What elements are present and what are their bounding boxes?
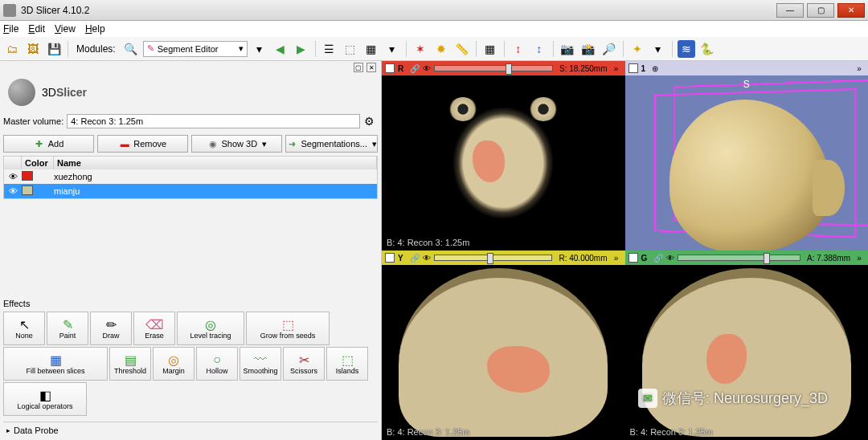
view-menu-icon[interactable]: »: [854, 64, 865, 73]
green-slice-view[interactable]: G 🔗 👁 A: 7.388mm » B: 4: Recon 3: 1.25m: [625, 251, 869, 440]
crosshair-icon[interactable]: ✦: [628, 40, 646, 58]
eye-icon[interactable]: 👁: [666, 254, 674, 263]
python-icon[interactable]: 🐍: [698, 40, 716, 58]
add-button[interactable]: ✚Add: [3, 135, 94, 153]
effect-draw[interactable]: ✏Draw: [90, 312, 132, 345]
color-swatch[interactable]: [22, 171, 33, 181]
menu-help[interactable]: Help: [85, 23, 105, 35]
view-menu-icon[interactable]: »: [854, 254, 865, 263]
master-volume-options-icon[interactable]: ⚙: [360, 112, 378, 130]
coronal-slice-image: [642, 268, 851, 437]
capture-icon[interactable]: 📸: [579, 40, 597, 58]
effect-margin[interactable]: ◎Margin: [153, 347, 194, 381]
link-icon[interactable]: 🔗: [410, 254, 420, 263]
extensions-icon[interactable]: ≋: [678, 40, 695, 58]
panel-undock-icon[interactable]: ▢: [354, 63, 363, 72]
link-icon[interactable]: 🔗: [653, 254, 663, 263]
effect-threshold[interactable]: ▤Threshold: [109, 347, 151, 381]
master-volume-label: Master volume:: [3, 116, 63, 126]
table-row[interactable]: 👁 xuezhong: [4, 169, 377, 184]
data-probe[interactable]: Data Probe: [3, 422, 378, 438]
red-slice-view[interactable]: R 🔗 👁 S: 18.250mm » B: 4: Recon 3: 1.25m: [382, 61, 625, 251]
menu-file[interactable]: File: [3, 23, 18, 35]
eye-icon[interactable]: 👁: [423, 64, 431, 73]
effect-scissors[interactable]: ✂Scissors: [283, 347, 325, 381]
menu-view[interactable]: View: [55, 23, 76, 35]
effect-level-tracing[interactable]: ◎Level tracing: [177, 312, 244, 345]
effect-islands[interactable]: ⬚Islands: [326, 347, 368, 381]
table-row[interactable]: 👁 mianju: [4, 184, 377, 198]
slicer-logo: 3DSlicer: [0, 74, 381, 111]
data-icon[interactable]: 🗂: [3, 40, 21, 58]
slice-slider[interactable]: [434, 255, 553, 261]
segments-table: Color Name 👁 xuezhong 👁 mianju: [3, 156, 378, 199]
visibility-icon[interactable]: 👁: [4, 172, 22, 181]
panel-close-icon[interactable]: ✕: [366, 63, 376, 72]
link-icon[interactable]: 🔗: [410, 64, 420, 73]
crosshair-dropdown-icon[interactable]: ▾: [649, 40, 667, 58]
grid-icon[interactable]: ▦: [481, 40, 499, 58]
pin-icon[interactable]: [628, 253, 638, 263]
layout3-icon[interactable]: ▦: [362, 40, 380, 58]
close-button[interactable]: ✕: [837, 3, 865, 18]
module-selector[interactable]: ✎ Segment Editor ▾: [143, 41, 248, 57]
3d-view[interactable]: 1 ⊕ » S: [625, 61, 869, 251]
effect-smoothing[interactable]: 〰Smoothing: [240, 347, 281, 381]
slice-slider[interactable]: [678, 255, 800, 261]
col-name[interactable]: Name: [54, 157, 377, 169]
search-module-icon[interactable]: 🔍: [122, 40, 140, 58]
pin-icon[interactable]: [385, 253, 395, 263]
view-letter: 1: [641, 64, 646, 73]
slice-slider[interactable]: [434, 65, 553, 71]
effects-label: Effects: [0, 295, 381, 310]
layout-dropdown-icon[interactable]: ▾: [383, 40, 401, 58]
show3d-button[interactable]: ◉Show 3D▾: [191, 135, 282, 153]
effect-none[interactable]: ↖None: [3, 312, 45, 345]
color-swatch[interactable]: [22, 185, 33, 195]
menu-edit[interactable]: Edit: [28, 23, 45, 35]
markup-icon[interactable]: ✸: [432, 40, 450, 58]
screenshot-icon[interactable]: 📷: [559, 40, 576, 58]
segmentations-button[interactable]: ➜Segmentations...▾: [285, 135, 378, 153]
fiducial-icon[interactable]: ✶: [411, 40, 429, 58]
ruler-icon[interactable]: 📏: [453, 40, 471, 58]
arrow-down-icon[interactable]: ↕: [530, 40, 548, 58]
axial-slice-image: [423, 83, 583, 243]
back-icon[interactable]: ◀: [272, 40, 289, 58]
maximize-button[interactable]: ▢: [807, 3, 834, 18]
module-dropdown-icon[interactable]: ▾: [251, 40, 268, 58]
center-icon[interactable]: ⊕: [652, 64, 658, 73]
dcm-icon[interactable]: 🖼: [24, 40, 42, 58]
yellow-view-bar: Y 🔗 👁 R: 40.000mm »: [382, 251, 625, 265]
view-menu-icon[interactable]: »: [611, 64, 622, 73]
slicer-cube-icon: [8, 79, 35, 106]
effect-paint[interactable]: ✎Paint: [47, 312, 88, 345]
yellow-slice-view[interactable]: Y 🔗 👁 R: 40.000mm » B: 4: Recon 3: 1.25m: [382, 251, 625, 440]
corner-annotation: B: 4: Recon 3: 1.25m: [387, 427, 469, 437]
remove-button[interactable]: ▬Remove: [97, 135, 188, 153]
master-volume-selector[interactable]: 4: Recon 3: 1.25m: [67, 114, 360, 128]
save-icon[interactable]: 💾: [45, 40, 63, 58]
minimize-button[interactable]: —: [776, 3, 804, 18]
segment-name: xuezhong: [54, 172, 377, 181]
corner-annotation: B: 4: Recon 3: 1.25m: [387, 238, 469, 247]
arrow-up-icon[interactable]: ↕: [510, 40, 527, 58]
effect-grow-from-seeds[interactable]: ⬚Grow from seeds: [246, 312, 330, 345]
view-menu-icon[interactable]: »: [611, 254, 622, 263]
slice-value: S: 18.250mm: [559, 64, 607, 73]
effect-logical-operators[interactable]: ◧Logical operators: [3, 382, 87, 416]
pin-icon[interactable]: [628, 63, 638, 73]
camera-search-icon[interactable]: 🔎: [600, 40, 618, 58]
effect-hollow[interactable]: ○Hollow: [196, 347, 238, 381]
effect-fill-between-slices[interactable]: ▦Fill between slices: [3, 347, 108, 381]
module-selected: Segment Editor: [158, 44, 219, 54]
visibility-icon[interactable]: 👁: [4, 186, 22, 196]
eye-icon[interactable]: 👁: [423, 254, 431, 263]
col-color[interactable]: Color: [22, 157, 54, 169]
layout1-icon[interactable]: ☰: [321, 40, 338, 58]
effect-erase[interactable]: ⌫Erase: [133, 312, 175, 345]
pin-icon[interactable]: [385, 63, 395, 73]
forward-icon[interactable]: ▶: [293, 40, 310, 58]
layout2-icon[interactable]: ⬚: [342, 40, 359, 58]
3d-view-bar: 1 ⊕ »: [625, 61, 869, 75]
